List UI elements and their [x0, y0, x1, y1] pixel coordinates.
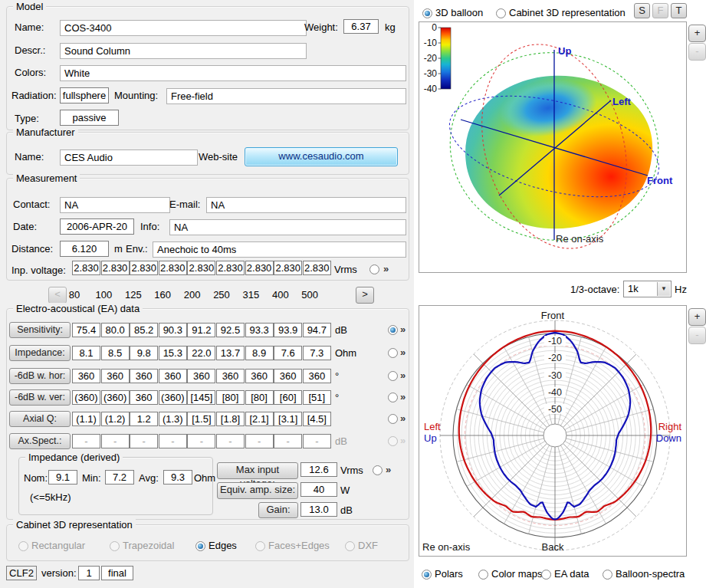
ea-value-box[interactable]: 93.3: [245, 323, 274, 337]
ea-row-more[interactable]: »: [400, 347, 406, 358]
ea-value-box[interactable]: [80]: [216, 390, 245, 405]
inp-voltage-box[interactable]: 2.830: [159, 261, 187, 275]
corner-button-t[interactable]: T: [671, 3, 687, 18]
ea-value-box[interactable]: [1.5]: [187, 412, 215, 426]
ea-row-more[interactable]: »: [400, 324, 406, 335]
ea-row-button[interactable]: Impedance:: [9, 345, 71, 361]
ea-value-box[interactable]: [4.5]: [303, 412, 331, 426]
ea-value-box[interactable]: 92.5: [216, 323, 245, 337]
octave-select[interactable]: 1k ▼: [623, 281, 672, 297]
view-mode-radio-cabinet-3d-representation[interactable]: [496, 8, 506, 18]
email-field[interactable]: NA: [206, 197, 406, 213]
ea-value-box[interactable]: 7.6: [274, 346, 302, 360]
info-field[interactable]: NA: [169, 219, 406, 235]
bottom-view-label[interactable]: EA data: [554, 568, 589, 580]
ea-value-box[interactable]: 8.9: [245, 346, 274, 360]
polar-zoom-in-button[interactable]: +: [688, 308, 706, 326]
ea-value-box[interactable]: 80.0: [101, 323, 130, 337]
ea-value-box[interactable]: 91.2: [187, 323, 215, 337]
ea-value-box[interactable]: 8.1: [72, 346, 100, 360]
ea-row-radio[interactable]: [388, 414, 398, 424]
ea-row-radio[interactable]: [388, 393, 398, 402]
cabinet-option-radio-edges[interactable]: [195, 541, 205, 551]
inp-voltage-more[interactable]: »: [383, 263, 389, 274]
ea-row-more[interactable]: »: [400, 412, 406, 424]
type-box[interactable]: passive: [60, 110, 119, 126]
ea-row-more[interactable]: »: [400, 391, 406, 402]
min-box[interactable]: 7.2: [105, 470, 134, 485]
inp-voltage-box[interactable]: 2.830: [216, 261, 245, 275]
inp-voltage-box[interactable]: 2.830: [101, 261, 130, 275]
env-field[interactable]: Anechoic to 40ms: [153, 241, 406, 258]
ea-row-button[interactable]: -6dB w. hor:: [9, 368, 71, 384]
ea-row-button[interactable]: Sensitivity:: [9, 322, 71, 338]
inp-voltage-box[interactable]: 2.830: [303, 261, 331, 275]
ea-value-box[interactable]: 75.4: [72, 323, 100, 337]
ea-row-radio[interactable]: [388, 325, 398, 335]
view-mode-label[interactable]: Cabinet 3D representation: [509, 7, 626, 18]
gain-button[interactable]: Gain:: [258, 502, 298, 518]
ea-value-box[interactable]: (1.2): [101, 412, 130, 426]
model-name-field[interactable]: COS-3400: [60, 20, 307, 36]
max-input-voltage-box[interactable]: 12.6: [300, 462, 337, 477]
radiation-box[interactable]: fullsphere: [60, 87, 109, 103]
inp-voltage-box[interactable]: 2.830: [274, 261, 302, 275]
bottom-view-label[interactable]: Balloon-spectra: [616, 568, 685, 580]
bottom-view-radio-color-maps[interactable]: [478, 570, 488, 580]
ea-value-box[interactable]: 94.7: [303, 323, 331, 337]
view-mode-label[interactable]: 3D balloon: [435, 7, 483, 18]
ea-value-box[interactable]: 7.3: [303, 346, 331, 360]
chevron-down-icon[interactable]: ▼: [657, 282, 670, 296]
clf-status-box[interactable]: final: [101, 566, 133, 580]
ea-value-box[interactable]: 85.2: [130, 323, 158, 337]
ea-row-button[interactable]: Axial Q:: [9, 411, 71, 427]
ea-value-box[interactable]: (360): [72, 390, 100, 405]
ea-value-box[interactable]: 360: [216, 369, 245, 383]
ea-value-box[interactable]: [3.1]: [274, 412, 302, 426]
ea-value-box[interactable]: [51]: [303, 390, 331, 405]
freq-next-button[interactable]: >: [356, 287, 374, 304]
max-input-voltage-more[interactable]: »: [386, 464, 391, 475]
descr-field[interactable]: Sound Column: [60, 43, 307, 59]
distance-box[interactable]: 6.120: [60, 241, 109, 257]
ea-row-radio[interactable]: [388, 371, 398, 381]
inp-voltage-box[interactable]: 2.830: [130, 261, 158, 275]
inp-voltage-box[interactable]: 2.830: [72, 261, 100, 275]
clf-version-box[interactable]: 1: [78, 566, 100, 580]
ea-value-box[interactable]: 360: [101, 369, 130, 383]
ea-value-box[interactable]: (1.3): [159, 412, 187, 426]
ea-value-box[interactable]: [2.1]: [245, 412, 274, 426]
max-input-voltage-radio[interactable]: [373, 465, 383, 475]
corner-button-s[interactable]: S: [634, 3, 650, 18]
avg-box[interactable]: 9.3: [163, 470, 192, 485]
ea-value-box[interactable]: 1.2: [130, 412, 158, 426]
max-input-voltage-button[interactable]: Max input voltage:: [217, 462, 298, 479]
ea-value-box[interactable]: 360: [130, 369, 158, 383]
ea-value-box[interactable]: [1.8]: [216, 412, 245, 426]
balloon-zoom-in-button[interactable]: +: [688, 25, 706, 42]
balloon-panel[interactable]: 0-10-20-30-40 Up Left Front Re on-axis: [419, 21, 687, 273]
ea-value-box[interactable]: 360: [303, 369, 331, 383]
contact-field[interactable]: NA: [60, 197, 170, 213]
inp-voltage-box[interactable]: 2.830: [245, 261, 274, 275]
ea-value-box[interactable]: 360: [274, 369, 302, 383]
ea-value-box[interactable]: 90.3: [159, 323, 187, 337]
equiv-amp-size-button[interactable]: Equiv. amp. size:: [217, 482, 298, 499]
ea-value-box[interactable]: 8.5: [101, 346, 130, 360]
ea-value-box[interactable]: 22.0: [187, 346, 215, 360]
ea-value-box[interactable]: (360): [159, 390, 187, 405]
bottom-view-label[interactable]: Color maps: [491, 568, 542, 580]
date-box[interactable]: 2006-APR-20: [60, 218, 134, 235]
equiv-amp-size-box[interactable]: 40: [300, 482, 337, 497]
mounting-field[interactable]: Free-field: [166, 88, 406, 104]
bottom-view-radio-ea-data[interactable]: [541, 570, 551, 580]
website-button[interactable]: www.cesaudio.com: [245, 147, 398, 166]
colors-field[interactable]: White: [60, 65, 406, 81]
ea-value-box[interactable]: 13.7: [216, 346, 245, 360]
ea-value-box[interactable]: 360: [72, 369, 100, 383]
ea-value-box[interactable]: (1.1): [72, 412, 100, 426]
ea-row-more[interactable]: »: [400, 370, 406, 381]
ea-value-box[interactable]: 360: [187, 369, 215, 383]
ea-value-box[interactable]: [60]: [274, 390, 302, 405]
ea-row-button[interactable]: Ax.Spect.:: [9, 433, 71, 449]
